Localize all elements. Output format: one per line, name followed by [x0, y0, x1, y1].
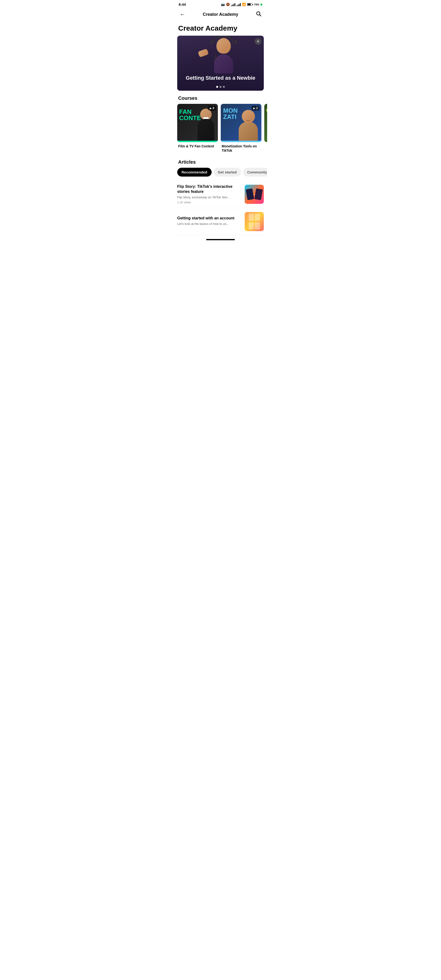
course-card-fan-content[interactable]: FANCONTE ▶ 6 Film & TV Fan Content — [177, 104, 218, 153]
courses-section-title: Courses — [174, 91, 267, 104]
page-content: Creator Academy ✕ Getting Started as a N… — [174, 22, 267, 243]
filter-tab-recommended[interactable]: Recommended — [177, 168, 212, 177]
headset-left — [211, 40, 213, 44]
mon-person — [235, 107, 262, 142]
course-badge-mon: ▶ 2 — [252, 106, 260, 111]
hero-person-shape — [208, 38, 239, 81]
signal-bars-1 — [231, 3, 235, 6]
hero-dot-1 — [216, 86, 218, 88]
nav-bar: ← Creator Academy — [174, 8, 267, 22]
badge-play-icon-mon: ▶ — [253, 107, 255, 110]
course-label-mon: Monetization Tools on TikTok — [221, 142, 262, 153]
mon-bottom-bar — [221, 141, 262, 142]
hero-dot-3 — [223, 86, 225, 88]
article-item-getting-started[interactable]: Getting started with an account Let's lo… — [177, 208, 264, 235]
fan-person — [194, 109, 218, 142]
thumb-getting-bg — [245, 212, 264, 231]
thumb-mini-1 — [249, 214, 254, 221]
course-thumbnail-fan: FANCONTE ▶ 6 — [177, 104, 218, 142]
status-icons: 📷 🔕 📶 74% — [221, 3, 262, 6]
person-head — [216, 38, 231, 54]
mute-icon: 🔕 — [226, 3, 230, 6]
svg-line-1 — [260, 15, 261, 16]
article-title-flip: Flip Story: TikTok's interactive stories… — [177, 184, 242, 194]
filter-tabs: Recommended Get started Community Guidel… — [174, 168, 267, 180]
course-card-creator[interactable]: CR — [264, 104, 267, 153]
course-thumbnail-cr: CR — [264, 104, 267, 142]
filter-tab-community[interactable]: Community Guideli... — [243, 168, 267, 177]
mon-person-body — [239, 122, 258, 141]
mon-smile — [246, 119, 251, 121]
badge-count-fan: 6 — [213, 107, 214, 110]
badge-play-icon: ▶ — [210, 107, 212, 110]
articles-section: Articles Recommended Get started Communi… — [174, 153, 267, 237]
filter-tab-get-started[interactable]: Get started — [214, 168, 241, 177]
thumb-mini-2 — [255, 214, 260, 221]
article-desc-getting: Let's look at the basics of how to us... — [177, 222, 242, 226]
camera-icon: 📷 — [221, 3, 225, 6]
article-thumb-flip: ↔ — [245, 185, 264, 204]
status-bar: 8:44 📷 🔕 📶 74% — [174, 0, 267, 8]
hero-dot-2 — [219, 86, 222, 88]
hero-close-button[interactable]: ✕ — [255, 38, 262, 45]
battery-indicator: 74% — [247, 3, 259, 6]
thumb-mini-3 — [249, 222, 254, 229]
fan-person-body — [198, 119, 214, 142]
green-dot — [260, 3, 262, 5]
headset-right — [235, 40, 236, 44]
thumb-phone-2 — [254, 188, 263, 200]
articles-section-title: Articles — [174, 154, 267, 168]
article-item-flip-story[interactable]: Flip Story: TikTok's interactive stories… — [177, 180, 264, 208]
article-views-flip: 1.1K views — [177, 201, 242, 204]
hero-pagination-dots — [177, 86, 264, 88]
course-thumbnail-mon: MONZATI ▶ 2 — [221, 104, 262, 142]
wifi-icon: 📶 — [242, 3, 246, 6]
nav-title: Creator Academy — [203, 12, 238, 17]
hero-title: Getting Started as a Newbie — [177, 75, 264, 81]
home-bar — [206, 239, 235, 240]
article-thumb-getting — [245, 212, 264, 231]
course-card-monetization[interactable]: MONZATI ▶ 2 Monetization Tools on TikTok — [221, 104, 262, 153]
battery-percent: 74% — [254, 3, 259, 6]
hero-background — [177, 36, 264, 91]
page-title: Creator Academy — [174, 22, 267, 36]
mon-person-head — [242, 110, 255, 123]
fan-bottom-bar — [177, 141, 218, 142]
article-list: Flip Story: TikTok's interactive stories… — [174, 180, 267, 235]
course-badge-fan: ▶ 6 — [208, 106, 216, 111]
status-time: 8:44 — [179, 2, 186, 6]
courses-row: FANCONTE ▶ 6 Film & TV Fan Content MONZA… — [174, 104, 267, 153]
home-indicator — [174, 237, 267, 243]
search-button[interactable] — [255, 10, 262, 19]
thumb-flip-bg: ↔ — [245, 185, 264, 204]
person-mic — [215, 54, 216, 57]
article-title-getting: Getting started with an account — [177, 216, 242, 221]
article-desc-flip: Flip Story, exclusively on TikTok Stor..… — [177, 195, 242, 200]
hero-banner[interactable]: ✕ Getting Started as a Newbie — [177, 36, 264, 91]
article-info-flip: Flip Story: TikTok's interactive stories… — [177, 184, 242, 204]
signal-bars-2 — [236, 3, 241, 6]
badge-count-mon: 2 — [256, 107, 258, 110]
thumb-mini-4 — [255, 222, 260, 229]
back-button[interactable]: ← — [179, 10, 186, 19]
article-info-getting: Getting started with an account Let's lo… — [177, 216, 242, 227]
course-label-fan: Film & TV Fan Content — [177, 142, 218, 148]
